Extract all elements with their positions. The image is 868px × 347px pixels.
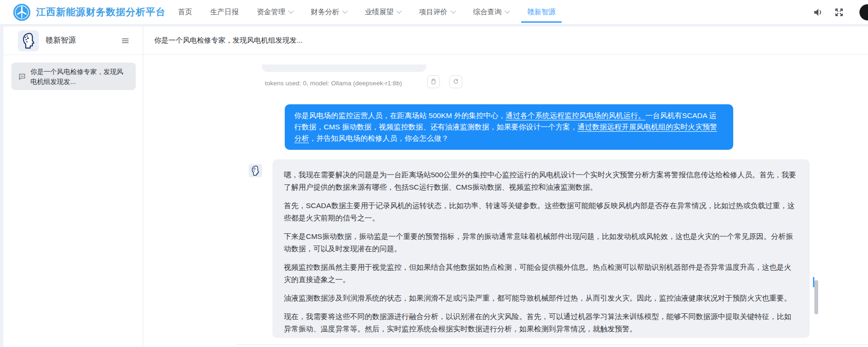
sidebar-header: 赣新智源 bbox=[3, 27, 143, 55]
nav-item-funds[interactable]: 资金管理 bbox=[257, 0, 293, 24]
copy-icon bbox=[430, 78, 437, 85]
volume-icon[interactable] bbox=[813, 7, 823, 18]
ai-paragraph: 视频监控数据虽然主要用于视觉监控，但如果结合其他数据如热点检测，可能会提供额外信… bbox=[284, 261, 798, 286]
nav-item-project-evaluation[interactable]: 项目评价 bbox=[419, 0, 455, 24]
regenerate-button[interactable] bbox=[449, 75, 462, 88]
nav-item-home[interactable]: 首页 bbox=[178, 0, 192, 24]
conversation-sidebar: 赣新智源 你是一个风电检修专家，发现风电机组发现发... bbox=[3, 27, 143, 347]
copy-button[interactable] bbox=[427, 75, 440, 88]
user-message-underlined-text: 通过各个系统远程监控风电场的风机运行。 bbox=[505, 111, 645, 119]
conversation-list-item[interactable]: 你是一个风电检修专家，发现风电机组发现发... bbox=[11, 63, 136, 90]
scrollbar-thumb[interactable] bbox=[814, 280, 818, 314]
user-message-text: 你是风电场的监控运营人员，在距离场站 500KM 外的集控中心， bbox=[294, 111, 505, 119]
input-area-top-border bbox=[236, 344, 868, 345]
navbar-actions bbox=[813, 0, 844, 25]
app-logo-wind-turbine-icon bbox=[13, 4, 30, 21]
chevron-down-icon bbox=[288, 8, 293, 13]
ai-paragraph: 嗯，我现在需要解决的问题是为一台距离场站500公里外的集控中心监控运行的风电机设… bbox=[284, 169, 798, 193]
chat-header-title: 你是一个风电检修专家，发现风电机组发现发... bbox=[154, 36, 303, 45]
top-navbar: 江西新能源财务数据分析平台 首页 生产日报 资金管理 财务分析 业绩展望 项目评… bbox=[0, 0, 868, 25]
fullscreen-icon[interactable] bbox=[834, 7, 844, 18]
ai-paragraph: 油液监测数据涉及到润滑系统的状态，如果润滑不足或污染严重，都可能导致机械部件过热… bbox=[284, 292, 798, 304]
nav-item-ganxin-ai[interactable]: 赣新智源 bbox=[527, 0, 556, 24]
chevron-down-icon bbox=[450, 8, 456, 13]
sidebar-collapse-icon[interactable] bbox=[121, 37, 130, 45]
ai-paragraph: 下来是CMS振动数据，振动监是一个重要的预警指标，异常的振动通常意味着机械部件出… bbox=[284, 230, 798, 255]
user-avatar[interactable] bbox=[859, 4, 868, 20]
user-message-bubble: 你是风电场的监控运营人员，在距离场站 500KM 外的集控中心，通过各个系统远程… bbox=[285, 104, 733, 150]
nav-item-performance[interactable]: 业绩展望 bbox=[365, 0, 401, 24]
chat-panel: 你是一个风电检修专家，发现风电机组发现发... tokens used: 0, … bbox=[143, 27, 868, 347]
refresh-icon bbox=[452, 78, 459, 85]
sidebar-app-name: 赣新智源 bbox=[46, 36, 76, 46]
messages-area: tokens used: 0, model: Ollama (deepseek-… bbox=[143, 55, 868, 344]
page-title: 江西新能源财务数据分析平台 bbox=[36, 6, 166, 18]
truncated-previous-message-bubble bbox=[262, 64, 426, 72]
ai-message-bubble: 嗯，我现在需要解决的问题是为一台距离场站500公里外的集控中心监控运行的风电机设… bbox=[272, 159, 810, 338]
ai-assistant-avatar-icon bbox=[18, 30, 39, 51]
nav-item-production-daily[interactable]: 生产日报 bbox=[210, 0, 239, 24]
conversation-title: 你是一个风电检修专家，发现风电机组发现发... bbox=[30, 67, 128, 90]
chat-header: 你是一个风电检修专家，发现风电机组发现发... bbox=[143, 27, 868, 55]
chevron-down-icon bbox=[396, 8, 401, 13]
main-nav: 首页 生产日报 资金管理 财务分析 业绩展望 项目评价 综合查询 赣新智源 bbox=[178, 0, 556, 24]
chevron-down-icon bbox=[342, 8, 347, 13]
nav-item-financial-analysis[interactable]: 财务分析 bbox=[311, 0, 347, 24]
chevron-down-icon bbox=[504, 8, 510, 13]
user-message-text: ，并告知风电场的检修人员，你会怎么做？ bbox=[309, 134, 449, 142]
model-meta-text: tokens used: 0, model: Ollama (deepseek-… bbox=[265, 76, 402, 90]
nav-item-comprehensive-query[interactable]: 综合查询 bbox=[473, 0, 509, 24]
chat-bubble-icon bbox=[18, 73, 26, 81]
ai-message-avatar-icon bbox=[249, 164, 262, 177]
ai-paragraph: 首先，SCADA数据主要用于记录风机的运转状态，比如功率、转速等关键参数。这些数… bbox=[284, 200, 798, 224]
ai-paragraph: 现在，我需要将这些不同的数据源进行融合分析，以识别潜在的火灾风险。首先，可以通过… bbox=[284, 310, 798, 335]
